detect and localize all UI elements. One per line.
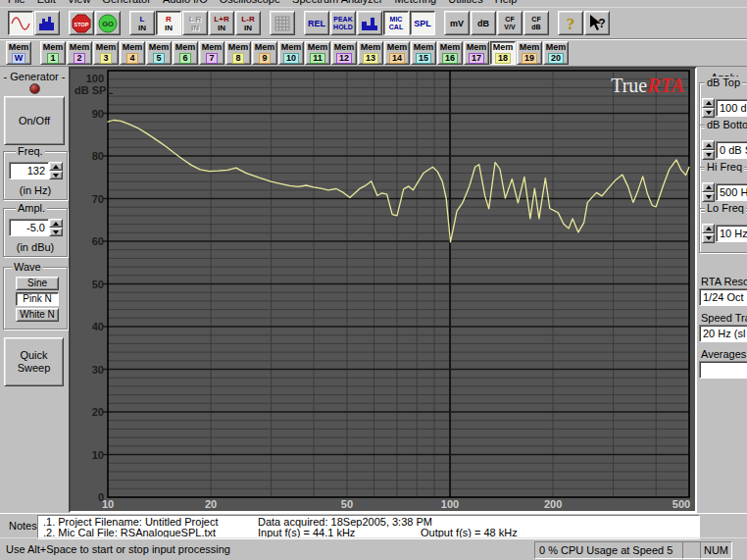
go-button[interactable]: GO [95, 11, 121, 35]
speed-tra-value[interactable]: 20 Hz (sl [699, 325, 747, 342]
toolbar-group: mVdBCFV/VCFdB [444, 11, 550, 35]
spectrum-view-button[interactable] [34, 11, 60, 35]
mem-prefix-label: Mem [493, 43, 514, 52]
lr-input-button[interactable]: L RIN [182, 11, 208, 35]
wave-pink-n-button[interactable]: Pink N [16, 292, 59, 306]
mem-5-button[interactable]: Mem5 [146, 41, 172, 65]
mem-13-button[interactable]: Mem13 [358, 41, 383, 65]
hi-freq-spin-down-button[interactable] [702, 192, 715, 202]
averages-group: Averages: [697, 348, 747, 383]
menu-item-audio-i-o[interactable]: Audio I/O [157, 0, 214, 6]
db-top-spin-up-button[interactable] [702, 98, 715, 108]
db-top-value[interactable]: 100 d [716, 99, 747, 117]
mem-number-label: 20 [548, 53, 564, 64]
mem-2-button[interactable]: Mem2 [67, 41, 92, 65]
wave-white-n-button[interactable]: White N [16, 308, 59, 322]
ampl-input[interactable]: -5.0 [9, 219, 49, 236]
crest-factor-db-button[interactable]: CFdB [523, 11, 549, 35]
wave-sine-button[interactable]: Sine [16, 277, 59, 290]
mem-1-button[interactable]: Mem1 [40, 41, 66, 65]
averages-label: Averages: [701, 348, 747, 360]
rta-reso-value[interactable]: 1/24 Oct [699, 288, 747, 306]
generator-panel: - Generator - On/Off Freq. 132 (in Hz) A… [0, 67, 69, 513]
mem-11-button[interactable]: Mem11 [305, 41, 330, 65]
ampl-spin-up-button[interactable] [49, 219, 63, 228]
l-minus-r-input-button[interactable]: L-RIN [235, 11, 261, 35]
crest-factor-vv-button[interactable]: CFV/V [497, 11, 523, 35]
mem-9-button[interactable]: Mem9 [252, 41, 277, 65]
lo-freq-value[interactable]: 10 Hz [716, 225, 747, 242]
y-axis-tick-label: 50 [92, 279, 104, 290]
hi-freq-spin-up-button[interactable] [702, 182, 715, 192]
menu-item-spectrum-analyzer[interactable]: Spectrum Analyzer [286, 0, 388, 6]
freq-spin-down-button[interactable] [49, 171, 63, 179]
lo-freq-spinner [702, 224, 715, 243]
mem-prefix-label: Mem [9, 43, 29, 52]
speed-tra-group: Speed Tra20 Hz (sl [697, 312, 747, 347]
left-input-button[interactable]: LIN [129, 11, 155, 35]
db-botto-spin-down-button[interactable] [702, 150, 715, 160]
button-label: CAL [389, 24, 403, 31]
db-top-spin-down-button[interactable] [702, 108, 715, 118]
generator-onoff-button[interactable]: On/Off [4, 96, 65, 145]
menu-item-help[interactable]: Help [489, 0, 523, 6]
lo-freq-spin-down-button[interactable] [702, 233, 715, 243]
lo-freq-spin-up-button[interactable] [702, 224, 715, 233]
mem-6-button[interactable]: Mem6 [173, 41, 198, 65]
help-button[interactable]: ? [558, 11, 583, 35]
db-botto-spin-up-button[interactable] [702, 140, 715, 150]
analyzer-panel: - Analy dB Top100 ddB Botto0 dB SHi Freq… [697, 67, 747, 513]
millivolt-button[interactable]: mV [444, 11, 470, 35]
mem-7-button[interactable]: Mem7 [199, 41, 224, 65]
menu-item-edit[interactable]: Edit [31, 0, 62, 6]
right-input-button[interactable]: RIN [156, 11, 181, 35]
quick-sweep-button[interactable]: Quick Sweep [4, 337, 64, 386]
mem-14-button[interactable]: Mem14 [384, 41, 410, 65]
rel-button[interactable]: REL [304, 11, 329, 35]
menu-item-file[interactable]: File [2, 0, 31, 6]
menu-item-view[interactable]: View [62, 0, 97, 6]
sine-wave-button[interactable] [8, 11, 33, 35]
menu-item-utilities[interactable]: Utilities [442, 0, 488, 6]
menu-item-metering[interactable]: Metering [388, 0, 442, 6]
ampl-spin-down-button[interactable] [49, 228, 63, 236]
peak-hold-button[interactable]: PEAKHOLD [330, 11, 356, 35]
mem-16-button[interactable]: Mem16 [437, 41, 463, 65]
mem-17-button[interactable]: Mem17 [464, 41, 489, 65]
x-axis-tick-label: 10 [102, 498, 114, 510]
l-plus-r-input-button[interactable]: L+RIN [209, 11, 234, 35]
freq-input[interactable]: 132 [9, 162, 49, 179]
notes-box[interactable]: .1. Project Filename: Untitled Project D… [37, 515, 700, 539]
freq-spin-up-button[interactable] [49, 162, 63, 171]
mem-w-button[interactable]: MemW [6, 41, 31, 65]
grid-button[interactable] [270, 11, 295, 35]
mic-cal-button[interactable]: MICCAL [383, 11, 409, 35]
menu-item-generator[interactable]: Generator [96, 0, 157, 6]
mem-15-button[interactable]: Mem15 [411, 41, 436, 65]
context-help-button[interactable]: ? [584, 11, 610, 35]
menu-item-oscilloscope[interactable]: Oscilloscope [214, 0, 286, 6]
mem-10-button[interactable]: Mem10 [278, 41, 304, 65]
averages-value[interactable] [699, 361, 747, 379]
stop-button[interactable]: STOP [69, 11, 94, 35]
hi-freq-value[interactable]: 500 H [716, 183, 747, 201]
button-label: IN [244, 24, 252, 32]
mem-number-label: 8 [232, 53, 243, 64]
average-bars-button[interactable] [357, 11, 382, 35]
mem-19-button[interactable]: Mem19 [517, 41, 542, 65]
cpu-usage-panel: 0 % CPU Usage at Speed 5 [534, 541, 683, 559]
mem-20-button[interactable]: Mem20 [543, 41, 569, 65]
decibel-button[interactable]: dB [471, 11, 496, 35]
mem-number-label: 13 [363, 53, 378, 64]
spl-button[interactable]: SPL [410, 11, 435, 35]
mem-8-button[interactable]: Mem8 [225, 41, 251, 65]
mem-3-button[interactable]: Mem3 [93, 41, 119, 65]
db-botto-label: dB Botto [705, 119, 747, 130]
mem-12-button[interactable]: Mem12 [331, 41, 357, 65]
mem-18-button[interactable]: Mem18 [490, 41, 516, 65]
db-botto-value[interactable]: 0 dB S [716, 141, 747, 159]
spectrum-bars-icon [37, 14, 57, 33]
sine-wave-icon [11, 14, 30, 33]
mem-4-button[interactable]: Mem4 [120, 41, 145, 65]
svg-text:?: ? [598, 17, 605, 30]
